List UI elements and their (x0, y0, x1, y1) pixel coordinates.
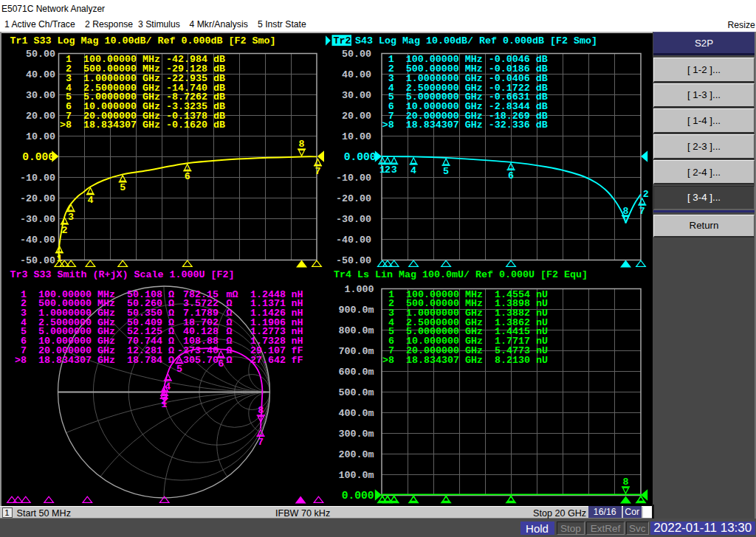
svg-text:-20.00: -20.00 (20, 193, 55, 204)
svg-text:>8: >8 (15, 355, 27, 366)
svg-text:-32.336: -32.336 (489, 119, 530, 131)
svg-text:Tr3 S33 Smith (R+jX) Scale 1.0: Tr3 S33 Smith (R+jX) Scale 1.000U [F2] (10, 269, 235, 280)
svg-text:8: 8 (299, 139, 305, 150)
svg-text:10.00: 10.00 (26, 131, 55, 142)
svg-text:18.834307 GHz: 18.834307 GHz (83, 119, 160, 131)
svg-text:200.0m: 200.0m (339, 449, 374, 460)
svg-text:400.0m: 400.0m (339, 408, 374, 419)
svg-text:5: 5 (176, 364, 182, 375)
svg-text:8: 8 (623, 206, 629, 217)
svg-text:50.00: 50.00 (26, 49, 55, 60)
svg-text:100.0m: 100.0m (339, 470, 374, 481)
svg-text:8.2130: 8.2130 (495, 355, 530, 366)
svg-text:6: 6 (218, 358, 224, 370)
svg-text:40.00: 40.00 (26, 69, 55, 80)
svg-text:0.000: 0.000 (342, 490, 374, 502)
svg-text:4: 4 (87, 195, 93, 206)
svg-text:-30.00: -30.00 (20, 214, 55, 225)
svg-text:Ω: Ω (168, 355, 174, 366)
svg-text:-10.00: -10.00 (20, 173, 55, 184)
svg-text:18.834307 GHz: 18.834307 GHz (406, 355, 483, 366)
svg-text:-10.00: -10.00 (336, 173, 371, 184)
svg-text:27.642: 27.642 (250, 355, 286, 366)
svg-text:>8: >8 (60, 119, 72, 131)
svg-text:3: 3 (162, 392, 168, 403)
svg-text:2: 2 (643, 189, 649, 200)
svg-text:800.0m: 800.0m (339, 325, 374, 336)
svg-text:4: 4 (410, 165, 416, 176)
svg-text:7: 7 (315, 166, 321, 177)
svg-text:7: 7 (639, 206, 645, 217)
svg-text:>8: >8 (382, 119, 394, 131)
svg-text:-0.1620: -0.1620 (166, 119, 207, 131)
svg-text:5: 5 (443, 166, 449, 177)
svg-text:7: 7 (258, 437, 264, 448)
svg-text:-20.00: -20.00 (336, 193, 371, 204)
svg-text:20.00: 20.00 (342, 111, 371, 122)
svg-text:4: 4 (165, 381, 171, 392)
svg-text:-30.00: -30.00 (336, 214, 371, 225)
svg-text:nU: nU (536, 355, 548, 366)
svg-text:18.784: 18.784 (127, 355, 162, 366)
svg-text:dB: dB (213, 119, 225, 131)
svg-text:18.834307 GHz: 18.834307 GHz (406, 119, 483, 131)
svg-text:500.0m: 500.0m (339, 387, 374, 398)
svg-text:6: 6 (508, 170, 514, 181)
svg-text:2: 2 (61, 225, 67, 236)
svg-text:30.00: 30.00 (26, 90, 55, 101)
svg-text:0.000: 0.000 (22, 151, 55, 163)
svg-text:6: 6 (185, 171, 190, 182)
svg-text:fF: fF (292, 355, 303, 366)
svg-text:Tr2: Tr2 (334, 35, 351, 46)
svg-text:10.00: 10.00 (342, 131, 371, 142)
svg-text:18.834307 GHz: 18.834307 GHz (38, 355, 115, 366)
svg-text:40.00: 40.00 (342, 69, 371, 80)
svg-text:8: 8 (258, 405, 264, 416)
svg-text:3: 3 (391, 164, 397, 176)
svg-text:3: 3 (68, 212, 74, 223)
svg-text:300.0m: 300.0m (339, 429, 374, 440)
svg-text:1.000: 1.000 (345, 284, 374, 295)
svg-text:-40.00: -40.00 (336, 235, 371, 246)
svg-text:700.0m: 700.0m (339, 346, 374, 357)
svg-text:Tr1 S33 Log Mag 10.00dB/ Ref 0: Tr1 S33 Log Mag 10.00dB/ Ref 0.000dB [F2… (10, 35, 276, 46)
svg-text:Tr4 Ls Lin Mag 100.0mU/ Ref 0.: Tr4 Ls Lin Mag 100.0mU/ Ref 0.000U [F2 E… (334, 269, 588, 280)
svg-text:-40.00: -40.00 (20, 235, 55, 246)
svg-text:20.00: 20.00 (26, 111, 55, 122)
svg-text:8: 8 (623, 477, 629, 488)
svg-text:30.00: 30.00 (342, 90, 371, 101)
svg-text:600.0m: 600.0m (339, 367, 374, 378)
svg-text:2: 2 (385, 164, 391, 176)
svg-text:900.0m: 900.0m (339, 305, 374, 316)
svg-text:Ω: Ω (227, 355, 233, 366)
svg-text:50.00: 50.00 (342, 49, 371, 60)
svg-text:S43 Log Mag 10.00dB/ Ref 0.000: S43 Log Mag 10.00dB/ Ref 0.000dB [F2 Smo… (355, 35, 597, 46)
svg-text:-50.00: -50.00 (336, 255, 371, 266)
svg-text:5: 5 (120, 182, 126, 193)
svg-text:0.000: 0.000 (344, 151, 377, 163)
svg-text:dB: dB (536, 119, 548, 131)
svg-text:-50.00: -50.00 (20, 255, 55, 266)
svg-text:>8: >8 (382, 355, 394, 366)
